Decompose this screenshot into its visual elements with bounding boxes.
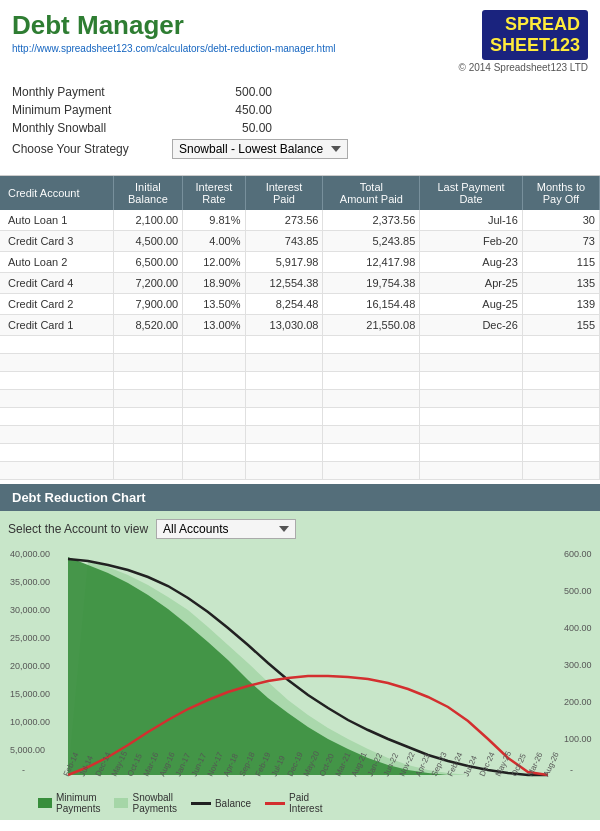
- legend-minimum-payments-color: [38, 798, 52, 808]
- svg-text:30,000.00: 30,000.00: [10, 605, 50, 615]
- svg-text:500.00: 500.00: [564, 586, 592, 596]
- table-cell: 139: [522, 294, 599, 315]
- table-empty-row: [0, 372, 600, 390]
- legend-balance-label: Balance: [215, 798, 251, 809]
- table-cell: 12,554.38: [245, 273, 323, 294]
- col-total-amount-paid: TotalAmount Paid: [323, 176, 420, 210]
- legend-snowball-payments: SnowballPayments: [114, 792, 176, 814]
- col-interest-rate: InterestRate: [183, 176, 245, 210]
- table-cell: 18.90%: [183, 273, 245, 294]
- table-cell: Aug-25: [420, 294, 523, 315]
- table-cell: Aug-23: [420, 252, 523, 273]
- table-cell: 4.00%: [183, 231, 245, 252]
- table-cell: 7,900.00: [113, 294, 183, 315]
- minimum-payment-row: Minimum Payment 450.00: [12, 103, 588, 117]
- summary-section: Monthly Payment 500.00 Minimum Payment 4…: [0, 77, 600, 167]
- table-cell: 19,754.38: [323, 273, 420, 294]
- svg-text:600.00: 600.00: [564, 549, 592, 559]
- account-select[interactable]: All Accounts: [156, 519, 296, 539]
- table-empty-row: [0, 354, 600, 372]
- monthly-snowball-value: 50.00: [172, 121, 272, 135]
- table-cell: 7,200.00: [113, 273, 183, 294]
- minimum-payment-label: Minimum Payment: [12, 103, 172, 117]
- table-cell: Credit Card 1: [0, 315, 113, 336]
- minimum-payment-value: 450.00: [172, 103, 272, 117]
- header-url[interactable]: http://www.spreadsheet123.com/calculator…: [12, 43, 336, 54]
- header-right: SPREADSHEET123 © 2014 Spreadsheet123 LTD: [459, 10, 589, 73]
- copyright: © 2014 Spreadsheet123 LTD: [459, 62, 589, 73]
- table-cell: 743.85: [245, 231, 323, 252]
- table-empty-row: [0, 462, 600, 480]
- table-cell: 13,030.08: [245, 315, 323, 336]
- table-cell: Feb-20: [420, 231, 523, 252]
- legend-balance: Balance: [191, 792, 251, 814]
- strategy-select[interactable]: Snowball - Lowest Balance: [172, 139, 348, 159]
- chart-area: 40,000.00 35,000.00 30,000.00 25,000.00 …: [8, 545, 592, 788]
- table-cell: 13.00%: [183, 315, 245, 336]
- svg-text:5,000.00: 5,000.00: [10, 745, 45, 755]
- legend-balance-color: [191, 802, 211, 805]
- table-empty-row: [0, 426, 600, 444]
- table-cell: 2,100.00: [113, 210, 183, 231]
- legend-snowball-payments-label: SnowballPayments: [132, 792, 176, 814]
- table-cell: 115: [522, 252, 599, 273]
- table-cell: 5,243.85: [323, 231, 420, 252]
- table-cell: Credit Card 2: [0, 294, 113, 315]
- table-cell: 9.81%: [183, 210, 245, 231]
- svg-text:-: -: [22, 765, 25, 775]
- legend-paid-interest-color: [265, 802, 285, 805]
- monthly-payment-row: Monthly Payment 500.00: [12, 85, 588, 99]
- table-cell: Credit Card 4: [0, 273, 113, 294]
- legend-paid-interest-label: PaidInterest: [289, 792, 322, 814]
- page-title: Debt Manager: [12, 10, 336, 41]
- table-row: Auto Loan 26,500.0012.00%5,917.9812,417.…: [0, 252, 600, 273]
- col-months-to-payoff: Months toPay Off: [522, 176, 599, 210]
- account-value: All Accounts: [163, 522, 228, 536]
- table-cell: 2,373.56: [323, 210, 420, 231]
- table-cell: Jul-16: [420, 210, 523, 231]
- chart-title: Debt Reduction Chart: [12, 490, 146, 505]
- svg-text:15,000.00: 15,000.00: [10, 689, 50, 699]
- svg-text:400.00: 400.00: [564, 623, 592, 633]
- table-cell: Credit Card 3: [0, 231, 113, 252]
- strategy-row: Choose Your Strategy Snowball - Lowest B…: [12, 139, 588, 159]
- table-cell: Auto Loan 2: [0, 252, 113, 273]
- table-cell: 4,500.00: [113, 231, 183, 252]
- table-cell: 8,520.00: [113, 315, 183, 336]
- svg-text:10,000.00: 10,000.00: [10, 717, 50, 727]
- table-cell: 73: [522, 231, 599, 252]
- strategy-label: Choose Your Strategy: [12, 142, 172, 156]
- debt-table: Credit Account InitialBalance InterestRa…: [0, 176, 600, 480]
- table-cell: 16,154.48: [323, 294, 420, 315]
- strategy-value: Snowball - Lowest Balance: [179, 142, 323, 156]
- table-cell: 13.50%: [183, 294, 245, 315]
- svg-text:35,000.00: 35,000.00: [10, 577, 50, 587]
- col-last-payment-date: Last PaymentDate: [420, 176, 523, 210]
- chart-controls: Select the Account to view All Accounts: [8, 519, 592, 539]
- table-cell: 12,417.98: [323, 252, 420, 273]
- col-interest-paid: InterestPaid: [245, 176, 323, 210]
- table-row: Credit Card 27,900.0013.50%8,254.4816,15…: [0, 294, 600, 315]
- debt-chart-svg: 40,000.00 35,000.00 30,000.00 25,000.00 …: [8, 545, 592, 785]
- account-select-label: Select the Account to view: [8, 522, 148, 536]
- svg-text:-: -: [570, 765, 573, 775]
- table-cell: 135: [522, 273, 599, 294]
- monthly-snowball-label: Monthly Snowball: [12, 121, 172, 135]
- logo: SPREADSHEET123: [482, 10, 588, 60]
- table-header-row: Credit Account InitialBalance InterestRa…: [0, 176, 600, 210]
- table-cell: 6,500.00: [113, 252, 183, 273]
- legend-minimum-payments-label: MinimumPayments: [56, 792, 100, 814]
- page-header: Debt Manager http://www.spreadsheet123.c…: [0, 0, 600, 77]
- table-empty-row: [0, 336, 600, 354]
- col-initial-balance: InitialBalance: [113, 176, 183, 210]
- table-cell: 8,254.48: [245, 294, 323, 315]
- svg-text:40,000.00: 40,000.00: [10, 549, 50, 559]
- table-empty-row: [0, 408, 600, 426]
- logo-number: 123: [550, 35, 580, 55]
- table-row: Credit Card 34,500.004.00%743.855,243.85…: [0, 231, 600, 252]
- table-row: Credit Card 18,520.0013.00%13,030.0821,5…: [0, 315, 600, 336]
- table-cell: 30: [522, 210, 599, 231]
- table-cell: 5,917.98: [245, 252, 323, 273]
- chart-container: Select the Account to view All Accounts …: [0, 511, 600, 820]
- legend-minimum-payments: MinimumPayments: [38, 792, 100, 814]
